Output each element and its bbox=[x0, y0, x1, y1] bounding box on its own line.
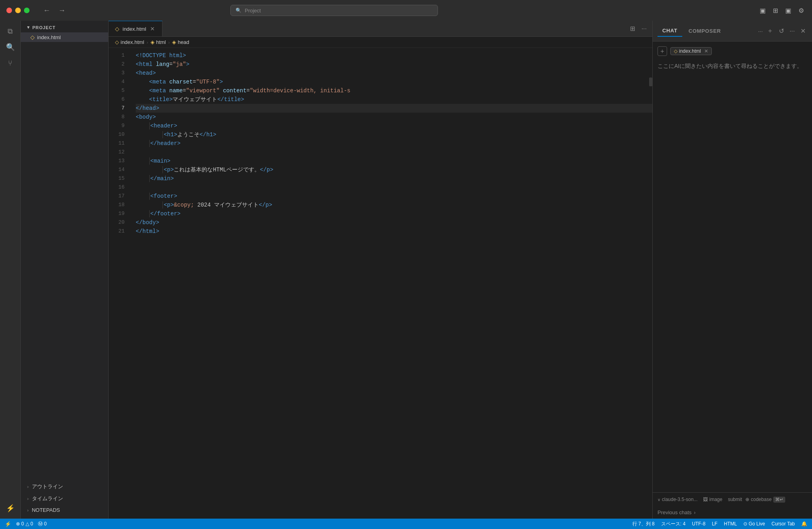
add-file-button[interactable]: ＋ bbox=[658, 46, 667, 56]
outline-label: アウトライン bbox=[32, 483, 63, 490]
chat-header: CHAT COMPOSER ··· ＋ ↺ ··· ✕ bbox=[653, 21, 812, 42]
code-line-10: <h1>ようこそ</h1> bbox=[136, 130, 652, 139]
search-text: Project bbox=[245, 8, 261, 14]
breadcrumb-html[interactable]: ◈ html bbox=[151, 39, 166, 45]
close-button[interactable] bbox=[6, 8, 12, 13]
line-num-12: 12 bbox=[109, 148, 125, 157]
line-num-9: 9 bbox=[109, 121, 125, 130]
breadcrumb-html-label: html bbox=[156, 39, 166, 45]
forward-button[interactable]: → bbox=[56, 6, 68, 16]
model-selector[interactable]: ∨ claude-3.5-son... bbox=[658, 497, 697, 502]
image-icon: 🖼 bbox=[703, 497, 708, 502]
code-line-1: <!DOCTYPE html> bbox=[136, 51, 652, 60]
chevron-right-icon: › bbox=[27, 484, 29, 489]
code-editor[interactable]: 1 2 3 4 5 6 7 8 9 10 11 12 13 14 15 16 1… bbox=[109, 48, 652, 519]
position-label: 行 7、列 8 bbox=[632, 521, 655, 527]
chevron-right-icon-2: › bbox=[27, 496, 29, 501]
image-button[interactable]: 🖼 image bbox=[701, 496, 725, 503]
encoding[interactable]: UTF-8 bbox=[692, 521, 705, 527]
notepads-section[interactable]: › NOTEPADS bbox=[21, 505, 108, 515]
codebase-label: codebase bbox=[751, 497, 772, 502]
cursor-tab[interactable]: Cursor Tab bbox=[772, 521, 795, 527]
chat-placeholder: ここにAIに聞きたい内容を書いて尋ねることができます。 bbox=[658, 60, 807, 72]
search-bar[interactable]: 🔍 Project bbox=[230, 5, 438, 16]
tab-file-icon: ◇ bbox=[115, 26, 119, 32]
settings-icon[interactable]: ⚙ bbox=[797, 5, 806, 16]
eol[interactable]: LF bbox=[712, 521, 717, 527]
chevron-down-icon: ▾ bbox=[27, 25, 30, 30]
golive-label: ⊙ Go Live bbox=[743, 521, 765, 527]
minimize-button[interactable] bbox=[15, 8, 21, 13]
breadcrumb-file[interactable]: ◇ index.html bbox=[115, 39, 144, 45]
search-activity-icon[interactable]: 🔍 bbox=[3, 40, 18, 54]
indentation[interactable]: スペース: 4 bbox=[661, 521, 685, 527]
nav-buttons: ← → bbox=[41, 6, 68, 16]
image-label: image bbox=[709, 497, 723, 502]
breadcrumb-file-label: index.html bbox=[121, 39, 144, 45]
code-line-14: <p>これは基本的なHTMLページです。</p> bbox=[136, 165, 652, 174]
tab-index-html[interactable]: ◇ index.html ✕ bbox=[109, 21, 162, 36]
explorer-icon[interactable]: ⧉ bbox=[3, 24, 18, 38]
timeline-section[interactable]: › タイムライン bbox=[21, 493, 108, 505]
code-line-15: </main> bbox=[136, 174, 652, 183]
notepads-label: NOTEPADS bbox=[32, 507, 60, 513]
sidebar-left-icon[interactable]: ▣ bbox=[758, 5, 767, 16]
titlebar-right: ▣ ⊞ ▣ ⚙ bbox=[758, 5, 806, 16]
back-button[interactable]: ← bbox=[41, 6, 53, 16]
bottom-icon[interactable]: ⚡ bbox=[3, 501, 18, 515]
errors-status[interactable]: ⊗ 0 △ 0 bbox=[16, 521, 33, 527]
previous-chats-link[interactable]: Previous chats › bbox=[653, 506, 812, 519]
code-line-2: <html lang="ja"> bbox=[136, 60, 652, 69]
breadcrumb-head[interactable]: ◈ head bbox=[172, 39, 189, 45]
outline-section[interactable]: › アウトライン bbox=[21, 481, 108, 493]
line-num-20: 20 bbox=[109, 218, 125, 227]
bell-icon: 🔔 bbox=[801, 521, 807, 527]
remote-status[interactable]: ⚡ bbox=[5, 521, 11, 527]
go-live[interactable]: ⊙ Go Live bbox=[743, 521, 765, 527]
code-line-9: <header> bbox=[136, 121, 652, 130]
sidebar: ▾ PROJECT ◇ index.html › アウトライン › タイムライン… bbox=[21, 21, 109, 519]
link-icon: ⊕ bbox=[745, 497, 749, 502]
sidebar-item-index-html[interactable]: ◇ index.html bbox=[21, 32, 108, 42]
tab-composer[interactable]: COMPOSER bbox=[684, 26, 726, 36]
notification-bell[interactable]: 🔔 bbox=[801, 521, 807, 527]
close-chat-button[interactable]: ✕ bbox=[799, 26, 807, 36]
file-tag-close-button[interactable]: ✕ bbox=[703, 48, 708, 54]
search-icon: 🔍 bbox=[236, 8, 242, 13]
codebase-button[interactable]: ⊕ codebase ⌘↵ bbox=[745, 497, 785, 503]
sidebar-right-icon[interactable]: ▣ bbox=[784, 5, 793, 16]
chat-header-actions: ··· ＋ ↺ ··· ✕ bbox=[758, 25, 807, 37]
source-control-icon[interactable]: ⑂ bbox=[3, 56, 18, 70]
info-label: Ⓜ 0 bbox=[38, 521, 47, 527]
line-num-17: 17 bbox=[109, 192, 125, 201]
split-editor-button[interactable]: ⊞ bbox=[628, 23, 638, 34]
tab-bar: ◇ index.html ✕ ⊞ ··· bbox=[109, 21, 652, 37]
info-status[interactable]: Ⓜ 0 bbox=[38, 521, 47, 527]
line-num-5: 5 bbox=[109, 86, 125, 95]
model-name: claude-3.5-son... bbox=[662, 497, 697, 502]
more-actions-button[interactable]: ··· bbox=[639, 24, 649, 34]
code-line-17: <footer> bbox=[136, 192, 652, 201]
project-header[interactable]: ▾ PROJECT bbox=[21, 21, 108, 32]
new-chat-button[interactable]: ＋ bbox=[765, 25, 775, 37]
history-button[interactable]: ↺ bbox=[777, 26, 786, 36]
previous-chats-label: Previous chats bbox=[658, 509, 691, 515]
submit-button[interactable]: submit bbox=[728, 497, 742, 502]
code-line-12 bbox=[136, 148, 652, 157]
titlebar: ← → 🔍 Project ▣ ⊞ ▣ ⚙ bbox=[0, 0, 812, 21]
line-num-10: 10 bbox=[109, 130, 125, 139]
file-tag-icon: ◇ bbox=[674, 48, 677, 54]
chat-panel: CHAT COMPOSER ··· ＋ ↺ ··· ✕ ＋ ◇ index.ht… bbox=[652, 21, 812, 519]
layout-icon[interactable]: ⊞ bbox=[771, 5, 780, 16]
timeline-label: タイムライン bbox=[32, 495, 63, 502]
encoding-label: UTF-8 bbox=[692, 521, 705, 527]
cursor-position[interactable]: 行 7、列 8 bbox=[632, 521, 655, 527]
code-line-21: </html> bbox=[136, 227, 652, 236]
tab-chat[interactable]: CHAT bbox=[658, 25, 682, 37]
line-num-19: 19 bbox=[109, 209, 125, 218]
chat-more-button[interactable]: ··· bbox=[788, 26, 796, 36]
language-mode[interactable]: HTML bbox=[724, 521, 737, 527]
maximize-button[interactable] bbox=[24, 8, 30, 13]
code-line-18: <p>&copy; 2024 マイウェブサイト</p> bbox=[136, 201, 652, 209]
tab-close-button[interactable]: ✕ bbox=[149, 26, 156, 32]
